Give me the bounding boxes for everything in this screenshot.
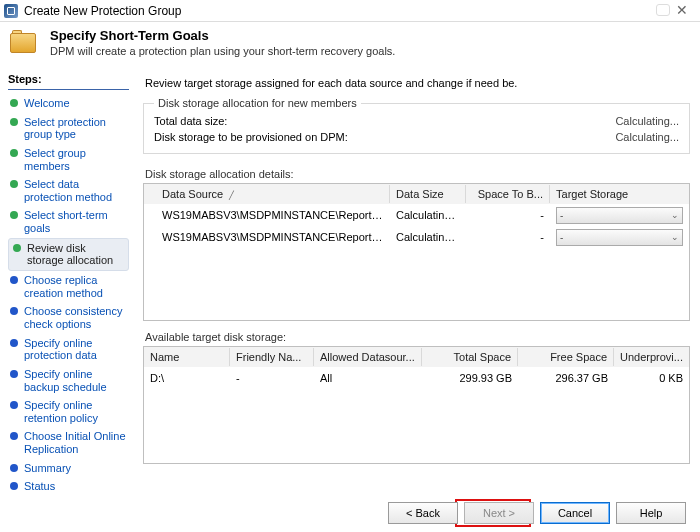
step-select-protection-group-type[interactable]: Select protection group type — [8, 113, 129, 144]
page-subtext: DPM will create a protection plan using … — [50, 45, 395, 57]
step-bullet-icon — [10, 99, 18, 107]
content-pane: Review target storage assigned for each … — [135, 67, 700, 507]
step-label: Choose consistency check options — [24, 305, 127, 330]
total-size-value: Calculating... — [615, 115, 679, 127]
step-select-short-term-goals[interactable]: Select short-term goals — [8, 206, 129, 237]
table-row[interactable]: D:\-All299.93 GB296.37 GB0 KB — [144, 367, 689, 389]
step-select-group-members[interactable]: Select group members — [8, 144, 129, 175]
step-welcome[interactable]: Welcome — [8, 94, 129, 113]
step-label: Specify online protection data — [24, 337, 127, 362]
allocation-group: Disk storage allocation for new members … — [143, 97, 690, 154]
step-bullet-icon — [10, 432, 18, 440]
steps-title: Steps: — [8, 73, 129, 90]
step-bullet-icon — [10, 149, 18, 157]
col-data-source[interactable]: Data Source — [162, 188, 223, 200]
col-friendly-name[interactable]: Friendly Na... — [230, 348, 314, 366]
col-name[interactable]: Name — [144, 348, 230, 366]
step-bullet-icon — [10, 211, 18, 219]
step-bullet-icon — [10, 118, 18, 126]
step-bullet-icon — [10, 339, 18, 347]
col-data-size[interactable]: Data Size — [390, 185, 466, 203]
window-title: Create New Protection Group — [24, 4, 181, 18]
step-bullet-icon — [10, 307, 18, 315]
step-bullet-icon — [10, 370, 18, 378]
step-summary[interactable]: Summary — [8, 459, 129, 478]
step-bullet-icon — [10, 401, 18, 409]
button-bar: < Back Next > Cancel Help — [388, 502, 686, 524]
step-bullet-icon — [13, 244, 21, 252]
details-grid: Data Source╱ Data Size Space To B... Tar… — [143, 183, 690, 321]
steps-pane: Steps: WelcomeSelect protection group ty… — [0, 67, 135, 507]
cell-data-source: WS19MABSV3\MSDPMINSTANCE\ReportServe... — [144, 206, 390, 224]
step-label: Choose Initial Online Replication — [24, 430, 127, 455]
cell-name: D:\ — [144, 369, 230, 387]
cell-friendly: - — [230, 369, 314, 387]
step-label: Review disk storage allocation — [27, 242, 124, 267]
chevron-down-icon: ⌄ — [671, 210, 679, 220]
step-specify-online-retention-policy[interactable]: Specify online retention policy — [8, 396, 129, 427]
step-label: Select short-term goals — [24, 209, 127, 234]
step-select-data-protection-method[interactable]: Select data protection method — [8, 175, 129, 206]
step-bullet-icon — [10, 464, 18, 472]
back-button[interactable]: < Back — [388, 502, 458, 524]
col-target-storage[interactable]: Target Storage — [550, 185, 689, 203]
step-review-disk-storage-allocation: Review disk storage allocation — [8, 238, 129, 271]
intro-text: Review target storage assigned for each … — [145, 77, 690, 89]
title-bar: Create New Protection Group ✕ — [0, 0, 700, 22]
store-label: Available target disk storage: — [145, 331, 690, 343]
step-choose-consistency-check-options[interactable]: Choose consistency check options — [8, 302, 129, 333]
step-specify-online-backup-schedule[interactable]: Specify online backup schedule — [8, 365, 129, 396]
step-label: Specify online retention policy — [24, 399, 127, 424]
details-label: Disk storage allocation details: — [145, 168, 690, 180]
col-free-space[interactable]: Free Space — [518, 348, 614, 366]
step-label: Welcome — [24, 97, 70, 110]
cell-data-size: Calculating ... — [390, 228, 466, 246]
folder-icon — [10, 30, 40, 56]
close-icon[interactable]: ✕ — [670, 2, 694, 18]
step-status[interactable]: Status — [8, 477, 129, 496]
help-button[interactable]: Help — [616, 502, 686, 524]
step-choose-replica-creation-method[interactable]: Choose replica creation method — [8, 271, 129, 302]
step-choose-initial-online-replication[interactable]: Choose Initial Online Replication — [8, 427, 129, 458]
next-button[interactable]: Next > — [464, 502, 534, 524]
provisioned-label: Disk storage to be provisioned on DPM: — [154, 131, 348, 143]
step-bullet-icon — [10, 276, 18, 284]
chevron-down-icon: ⌄ — [671, 232, 679, 242]
cell-data-size: Calculating ... — [390, 206, 466, 224]
store-header[interactable]: Name Friendly Na... Allowed Datasour... … — [144, 347, 689, 367]
allocation-legend: Disk storage allocation for new members — [154, 97, 361, 109]
table-row[interactable]: WS19MABSV3\MSDPMINSTANCE\ReportServe...C… — [144, 226, 689, 248]
col-space-to-be[interactable]: Space To B... — [466, 185, 550, 203]
cell-target[interactable]: -⌄ — [550, 226, 689, 249]
step-label: Select data protection method — [24, 178, 127, 203]
cell-total: 299.93 GB — [422, 369, 518, 387]
step-specify-online-protection-data[interactable]: Specify online protection data — [8, 334, 129, 365]
target-storage-combo[interactable]: -⌄ — [556, 229, 683, 246]
cell-free: 296.37 GB — [518, 369, 614, 387]
target-storage-combo[interactable]: -⌄ — [556, 207, 683, 224]
cell-data-source: WS19MABSV3\MSDPMINSTANCE\ReportServe... — [144, 228, 390, 246]
table-row[interactable]: WS19MABSV3\MSDPMINSTANCE\ReportServe...C… — [144, 204, 689, 226]
cell-target[interactable]: -⌄ — [550, 204, 689, 227]
total-size-label: Total data size: — [154, 115, 227, 127]
speech-icon — [656, 4, 670, 16]
step-label: Choose replica creation method — [24, 274, 127, 299]
cancel-button[interactable]: Cancel — [540, 502, 610, 524]
cell-space: - — [466, 206, 550, 224]
col-total-space[interactable]: Total Space — [422, 348, 518, 366]
target-storage-grid: Name Friendly Na... Allowed Datasour... … — [143, 346, 690, 464]
step-label: Select protection group type — [24, 116, 127, 141]
cell-space: - — [466, 228, 550, 246]
col-allowed-ds[interactable]: Allowed Datasour... — [314, 348, 422, 366]
details-header[interactable]: Data Source╱ Data Size Space To B... Tar… — [144, 184, 689, 204]
app-icon — [4, 4, 18, 18]
step-bullet-icon — [10, 482, 18, 490]
wizard-header: Specify Short-Term Goals DPM will create… — [0, 22, 700, 67]
step-label: Status — [24, 480, 55, 493]
provisioned-value: Calculating... — [615, 131, 679, 143]
step-label: Specify online backup schedule — [24, 368, 127, 393]
page-heading: Specify Short-Term Goals — [50, 28, 395, 43]
col-underprovisioned[interactable]: Underprovi... — [614, 348, 689, 366]
step-bullet-icon — [10, 180, 18, 188]
cell-under: 0 KB — [614, 369, 689, 387]
